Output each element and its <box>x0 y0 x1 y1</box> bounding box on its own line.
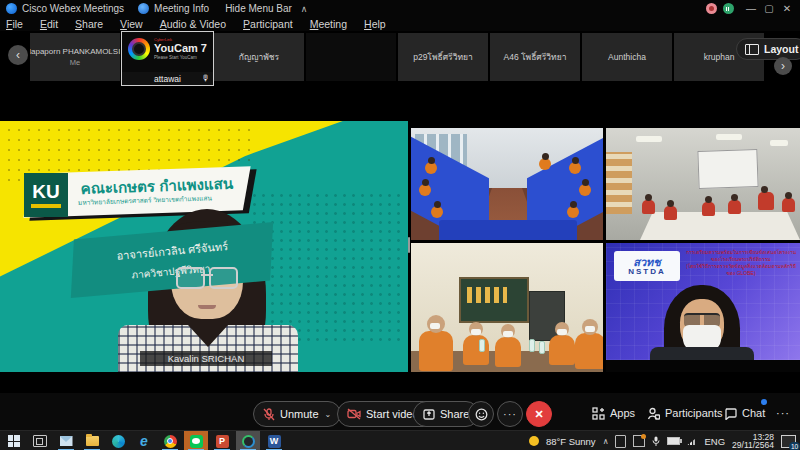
layout-button[interactable]: Layout <box>736 38 800 60</box>
word-icon: W <box>268 435 281 448</box>
internet-explorer-icon: e <box>140 434 148 448</box>
more-options-button[interactable]: ··· <box>497 401 523 427</box>
taskbar-mail[interactable] <box>54 431 78 450</box>
menu-share[interactable]: Share <box>75 18 103 30</box>
menu-participant[interactable]: Participant <box>243 18 293 30</box>
windows-logo-icon <box>8 435 20 447</box>
windows-taskbar: e P W 88°F Sunny ∧ ENG 13:28 29/11/2564 … <box>0 430 800 450</box>
video-tile-classroom-blue-tables[interactable] <box>411 128 603 240</box>
nstda-logo: สวทช NSTDA <box>614 251 680 281</box>
menu-audio-video[interactable]: Audio & Video <box>160 18 226 30</box>
halftone-dots <box>250 191 400 341</box>
video-tile-meeting-room[interactable] <box>606 128 800 240</box>
chevron-right-icon: › <box>781 60 785 72</box>
video-tile-orange-robes-room[interactable] <box>411 243 603 372</box>
menu-meeting[interactable]: Meeting <box>310 18 347 30</box>
menu-file[interactable]: File <box>6 18 23 30</box>
taskbar-file-explorer[interactable] <box>80 431 104 450</box>
start-button[interactable] <box>2 431 26 450</box>
taskbar-word[interactable]: W <box>262 431 286 450</box>
layout-divider-handle[interactable] <box>408 237 410 253</box>
taskbar-internet-explorer[interactable]: e <box>132 431 156 450</box>
language-indicator[interactable]: ENG <box>704 436 725 447</box>
participant-tile-7[interactable]: Aunthicha <box>582 33 672 81</box>
controls-overflow-button[interactable]: ··· <box>776 401 790 425</box>
mic-muted-icon: 🎙 <box>202 73 211 83</box>
participants-button[interactable]: Participants <box>647 401 722 425</box>
menu-view[interactable]: View <box>120 18 143 30</box>
apps-grid-icon <box>592 407 605 420</box>
meeting-info-label: Meeting Info <box>154 3 209 14</box>
taskbar-powerpoint[interactable]: P <box>210 431 234 450</box>
layout-grid-icon <box>745 44 759 55</box>
active-speaker-video[interactable]: คณะเกษตร กำแพงแสน มหาวิทยาลัยเกษตรศาสตร์… <box>0 121 408 372</box>
phone-link-icon[interactable] <box>615 435 626 448</box>
speaker-name-thai: อาจารย์เกวลิน ศรีจันทร์ <box>116 237 229 265</box>
network-signal-icon[interactable] <box>687 437 697 445</box>
menu-bar: File Edit Share View Audio & Video Parti… <box>0 17 800 31</box>
connection-indicator-icon <box>723 3 734 14</box>
tray-expand-icon[interactable]: ∧ <box>603 437 609 446</box>
app-title: Cisco Webex Meetings <box>6 3 124 14</box>
projector-screen <box>697 149 758 189</box>
leave-meeting-button[interactable]: ✕ <box>526 401 552 427</box>
taskbar-line[interactable] <box>184 431 208 450</box>
tray-mic-icon[interactable] <box>652 436 660 447</box>
powerpoint-icon: P <box>216 435 229 448</box>
weather-label[interactable]: 88°F Sunny <box>546 436 596 447</box>
filmstrip-scroll-left-button[interactable]: ‹ <box>8 45 28 65</box>
video-stage: คณะเกษตร กำแพงแสน มหาวิทยาลัยเกษตรศาสตร์… <box>0 95 800 393</box>
app-title-label: Cisco Webex Meetings <box>22 3 124 14</box>
meeting-info-button[interactable]: Meeting Info <box>138 3 209 14</box>
unmute-button[interactable]: Unmute ⌄ <box>253 401 341 427</box>
ku-logo-bar <box>31 204 61 208</box>
menu-help[interactable]: Help <box>364 18 386 30</box>
maximize-button[interactable]: ▢ <box>760 3 778 14</box>
hide-menu-bar-label: Hide Menu Bar <box>225 3 292 14</box>
hide-menu-bar-button[interactable]: Hide Menu Bar ∧ <box>225 3 307 14</box>
minimize-button[interactable]: — <box>742 3 760 14</box>
video-tile-nstda-presenter[interactable]: สวทช NSTDA การเตรียมความพร้อมในการเขียนข… <box>606 243 800 372</box>
taskbar-webex[interactable] <box>236 431 260 450</box>
meeting-info-icon <box>138 3 149 14</box>
youcam-lens-icon <box>128 38 150 60</box>
action-center-icon[interactable]: 10 <box>781 435 796 448</box>
taskbar-chrome[interactable] <box>158 431 182 450</box>
nstda-slide-title: การเตรียมความพร้อมในการเขียนข้อเสนอโครงง… <box>686 249 796 277</box>
webex-meeting-window: Cisco Webex Meetings Meeting Info Hide M… <box>0 0 800 450</box>
participants-icon <box>647 407 660 420</box>
participant-tile-5[interactable]: p29โพธิ์ศรีวิทยา <box>398 33 488 81</box>
recording-indicator-icon <box>706 3 717 14</box>
more-icon: ··· <box>503 408 517 420</box>
line-app-icon <box>190 435 203 448</box>
meeting-control-bar: Unmute ⌄ Start video ⌄ Share <box>0 393 800 430</box>
bulletin-board <box>459 277 529 323</box>
participant-tile-4[interactable] <box>306 33 396 81</box>
battery-icon[interactable] <box>667 437 680 445</box>
filmstrip-scroll-right-button[interactable]: › <box>774 57 792 75</box>
participant-tile-6[interactable]: A46 โพธิ์ศรีวิทยา <box>490 33 580 81</box>
task-view-button[interactable] <box>28 431 52 450</box>
apps-button[interactable]: Apps <box>592 401 635 425</box>
participant-filmstrip: ‹ Napaporn PHANKAMOLSIL Me CyberLink You… <box>0 31 800 95</box>
notification-app-icon[interactable] <box>633 435 645 447</box>
close-button[interactable]: ✕ <box>778 3 796 14</box>
clock[interactable]: 13:28 29/11/2564 <box>732 433 774 450</box>
speaker-name-label: Kavalin SRICHAN <box>140 351 272 366</box>
webex-logo-icon <box>6 3 17 14</box>
reactions-button[interactable] <box>468 401 494 427</box>
chevron-down-icon[interactable]: ⌄ <box>325 410 332 419</box>
participant-tile-3[interactable]: กัญญาพัชร <box>214 33 304 81</box>
speaker-glasses <box>176 267 238 287</box>
smiley-icon <box>475 408 488 421</box>
participant-tile-attawai-youcam[interactable]: CyberLink YouCam 7 Please Start YouCam a… <box>121 31 214 86</box>
title-bar: Cisco Webex Meetings Meeting Info Hide M… <box>0 0 800 17</box>
taskbar-edge[interactable] <box>106 431 130 450</box>
chat-button[interactable]: Chat <box>724 401 765 425</box>
task-view-icon <box>33 435 47 447</box>
menu-edit[interactable]: Edit <box>40 18 58 30</box>
weather-sun-icon <box>529 436 539 446</box>
chat-bubble-icon <box>724 407 737 420</box>
participant-tile-napaporn[interactable]: Napaporn PHANKAMOLSIL Me <box>30 33 120 81</box>
ku-logo: KU <box>24 173 68 217</box>
